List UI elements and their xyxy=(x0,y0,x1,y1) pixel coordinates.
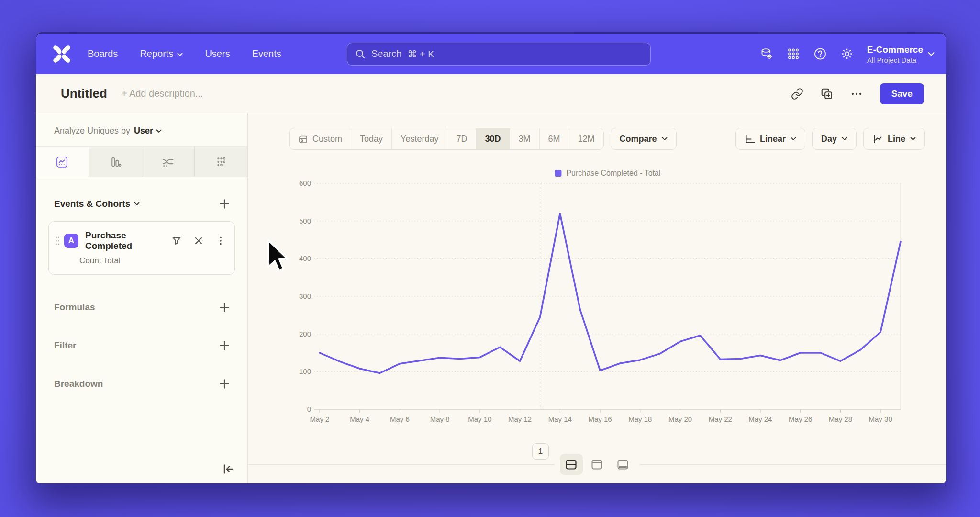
sidebar-sections: Formulas Filter xyxy=(36,302,247,390)
apps-grid-icon[interactable] xyxy=(787,47,800,61)
drag-handle-icon[interactable] xyxy=(55,235,60,247)
chart-toolbar: Custom Today Yesterday 7D xyxy=(289,128,925,150)
chart-panel: Custom Today Yesterday 7D xyxy=(248,113,946,483)
x-axis-tick-label: May 26 xyxy=(789,415,812,423)
nav-item[interactable]: Boards xyxy=(88,48,118,59)
split-horizontal-icon xyxy=(566,460,577,470)
x-axis-tick-label: May 14 xyxy=(548,415,572,423)
help-icon[interactable] xyxy=(813,47,827,61)
x-axis-tick-label: May 2 xyxy=(310,415,330,423)
event-letter-badge: A xyxy=(64,234,78,248)
top-panel-icon xyxy=(591,460,602,470)
desktop-background: Boards Reports Users Events xyxy=(0,0,980,517)
x-axis-tick-label: May 4 xyxy=(350,415,369,423)
x-axis-tick-label: May 10 xyxy=(468,415,491,423)
series-line[interactable] xyxy=(320,214,901,373)
line-chart-icon xyxy=(872,134,883,144)
settings-gear-icon[interactable] xyxy=(840,47,854,61)
add-icon[interactable] xyxy=(219,340,230,351)
x-axis-tick-label: May 12 xyxy=(508,415,532,423)
top-nav: Boards Reports Users Events xyxy=(36,34,946,74)
more-options-icon[interactable] xyxy=(850,88,863,100)
add-icon[interactable] xyxy=(219,378,230,390)
x-axis-tick-label: May 22 xyxy=(709,415,732,423)
chevron-down-icon xyxy=(177,53,183,56)
sidebar-section-row: Filter xyxy=(36,340,247,351)
y-axis-tick-label: 500 xyxy=(299,217,311,225)
chart-legend[interactable]: Purchase Completed - Total xyxy=(555,169,660,178)
save-button[interactable]: Save xyxy=(880,83,924,104)
report-type-tabs xyxy=(36,146,247,177)
layout-split-horizontal-button[interactable] xyxy=(560,454,583,475)
duplicate-icon[interactable] xyxy=(821,88,833,100)
add-description-field[interactable]: + Add description... xyxy=(122,88,203,99)
tab-flows[interactable] xyxy=(142,147,195,177)
y-axis-tick-label: 300 xyxy=(299,292,311,300)
mixpanel-logo-icon[interactable] xyxy=(52,45,71,64)
layout-bottom-panel-button[interactable] xyxy=(612,454,635,475)
scale-dropdown[interactable]: Linear xyxy=(735,128,805,150)
copy-link-icon[interactable] xyxy=(791,88,803,100)
search-placeholder: Search xyxy=(371,48,401,59)
event-aggregation[interactable]: Count Total xyxy=(79,256,226,266)
nav-item[interactable]: Events xyxy=(252,48,281,59)
line-chart[interactable]: 0100200300400500600May 2May 4May 6May 8M… xyxy=(267,180,937,449)
interval-dropdown[interactable]: Day xyxy=(812,128,857,150)
bottom-panel-icon xyxy=(617,460,628,470)
calendar-icon xyxy=(298,134,308,144)
date-range-option[interactable]: 6M xyxy=(540,128,569,149)
date-range-option[interactable]: 30D xyxy=(476,128,510,149)
events-cohorts-toggle[interactable]: Events & Cohorts xyxy=(54,199,140,209)
remove-event-icon[interactable] xyxy=(193,236,204,246)
nav-right-cluster: E-Commerce All Project Data xyxy=(760,44,935,64)
search-input[interactable]: Search ⌘ + K xyxy=(347,43,651,66)
project-name: E-Commerce xyxy=(867,44,923,55)
nav-item[interactable]: Reports xyxy=(140,48,183,59)
add-icon[interactable] xyxy=(219,302,230,313)
report-title[interactable]: Untitled xyxy=(61,86,107,101)
project-switcher[interactable]: E-Commerce All Project Data xyxy=(867,44,935,64)
app-window: Boards Reports Users Events xyxy=(36,34,946,483)
x-axis-tick-label: May 8 xyxy=(430,415,450,423)
annotation-badge[interactable]: 1 xyxy=(532,443,549,460)
events-cohorts-header: Events & Cohorts xyxy=(54,198,230,210)
search-shortcut: ⌘ + K xyxy=(407,48,434,60)
y-axis-tick-label: 400 xyxy=(299,254,311,262)
nav-items: Boards Reports Users Events xyxy=(88,48,281,59)
event-more-options-icon[interactable] xyxy=(215,236,226,246)
event-card[interactable]: A Purchase Completed xyxy=(48,221,235,275)
date-range-option[interactable]: Custom xyxy=(290,128,351,149)
chevron-down-icon xyxy=(842,137,847,141)
date-range-option[interactable]: 12M xyxy=(569,128,603,149)
x-axis-tick-label: May 18 xyxy=(628,415,652,423)
chevron-down-icon xyxy=(791,137,796,141)
tab-retention[interactable] xyxy=(195,147,247,177)
tab-insights[interactable] xyxy=(36,147,89,177)
legend-label: Purchase Completed - Total xyxy=(566,169,660,178)
collapse-sidebar-button[interactable] xyxy=(222,462,235,476)
filter-funnel-icon[interactable] xyxy=(171,236,182,246)
date-range-option[interactable]: Yesterday xyxy=(392,128,447,149)
report-titlebar: Untitled + Add description... xyxy=(36,74,946,113)
x-axis-tick-label: May 28 xyxy=(829,415,852,423)
bar-chart-icon xyxy=(109,156,122,169)
analyze-uniques-row: Analyze Uniques by User xyxy=(36,113,247,146)
chart-type-dropdown[interactable]: Line xyxy=(863,128,925,150)
date-range-option[interactable]: 7D xyxy=(447,128,476,149)
date-range-option[interactable]: 3M xyxy=(510,128,540,149)
compare-dropdown[interactable]: Compare xyxy=(611,128,677,150)
query-builder-sidebar: Analyze Uniques by User xyxy=(36,113,248,483)
add-event-button[interactable] xyxy=(219,198,230,210)
y-axis-tick-label: 0 xyxy=(307,405,311,413)
nav-item[interactable]: Users xyxy=(205,48,230,59)
layout-top-panel-button[interactable] xyxy=(586,454,609,475)
data-management-icon[interactable] xyxy=(760,47,773,61)
flows-icon xyxy=(161,156,175,169)
x-axis-tick-label: May 6 xyxy=(390,415,410,423)
date-range-control: Custom Today Yesterday 7D xyxy=(289,128,604,150)
y-axis-tick-label: 600 xyxy=(299,180,311,187)
analyze-entity-dropdown[interactable]: User xyxy=(134,126,162,136)
event-name[interactable]: Purchase Completed xyxy=(85,230,171,251)
tab-bar-chart[interactable] xyxy=(89,147,142,177)
date-range-option[interactable]: Today xyxy=(351,128,392,149)
